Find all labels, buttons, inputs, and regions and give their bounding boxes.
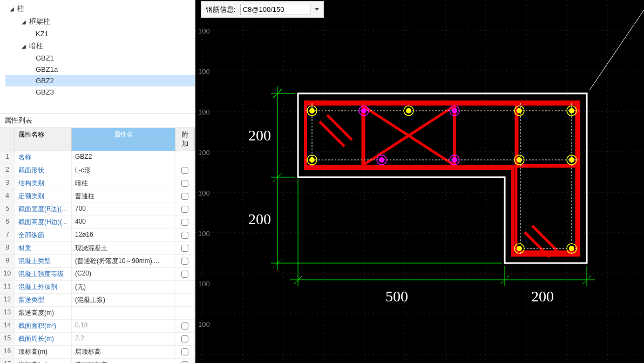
- checkbox-icon[interactable]: [181, 206, 188, 213]
- property-name: 混凝土强度等级: [15, 268, 72, 280]
- tree-toggle-icon[interactable]: ◢: [22, 19, 27, 25]
- property-extra: [175, 151, 195, 164]
- row-number: 10: [0, 268, 15, 280]
- header-value: 属性值: [72, 128, 175, 151]
- property-row[interactable]: 4定额类别普通柱: [0, 190, 195, 203]
- row-number: 9: [0, 255, 15, 267]
- row-number: 14: [0, 320, 15, 332]
- property-row[interactable]: 9混凝土类型(普通砼(坍落度10～90mm),...: [0, 255, 195, 268]
- checkbox-icon[interactable]: [181, 258, 188, 265]
- property-value[interactable]: 0.18: [72, 320, 175, 332]
- svg-text:100: 100: [198, 27, 210, 35]
- svg-text:100: 100: [198, 108, 210, 116]
- property-name: 顶标高(m): [15, 346, 72, 358]
- svg-text:100: 100: [198, 320, 210, 328]
- property-value[interactable]: 2.2: [72, 333, 175, 345]
- property-name: 截面面积(m²): [15, 320, 72, 332]
- tree-toggle-icon[interactable]: ◢: [22, 43, 27, 49]
- row-number: 8: [0, 242, 15, 254]
- property-extra: [175, 333, 195, 345]
- checkbox-icon[interactable]: [181, 167, 188, 174]
- property-extra: [175, 281, 195, 293]
- property-row[interactable]: 11混凝土外加剂(无): [0, 281, 195, 294]
- dropdown-icon[interactable]: [315, 8, 319, 11]
- property-row[interactable]: 17底标高(m)基础顶标高: [0, 359, 195, 363]
- property-row[interactable]: 7全部纵筋12⌀16: [0, 229, 195, 242]
- property-value[interactable]: (混凝土泵): [72, 294, 175, 306]
- checkbox-icon[interactable]: [181, 180, 188, 187]
- tree-node-GBZ1a[interactable]: GBZ1a: [5, 64, 195, 75]
- property-value[interactable]: (无): [72, 281, 175, 293]
- property-value[interactable]: (普通砼(坍落度10～90mm),...: [72, 255, 175, 267]
- checkbox-icon[interactable]: [181, 193, 188, 200]
- property-row[interactable]: 6截面高度(H边)(...400: [0, 216, 195, 229]
- svg-point-46: [517, 108, 522, 113]
- row-number: 4: [0, 190, 15, 203]
- tree-node-暗柱[interactable]: ◢暗柱: [5, 39, 195, 52]
- tie-3: [455, 104, 517, 166]
- cad-viewport[interactable]: 钢筋信息: 100 100 100 100 100 100 100 100: [195, 0, 644, 363]
- rebar-input[interactable]: [240, 4, 310, 15]
- tree-toggle-icon[interactable]: ◢: [10, 6, 15, 12]
- property-extra: [175, 216, 195, 228]
- svg-point-38: [309, 108, 315, 113]
- property-row[interactable]: 12泵送类型(混凝土泵): [0, 294, 195, 307]
- property-row[interactable]: 8材质现浇混凝土: [0, 242, 195, 255]
- property-value[interactable]: [72, 307, 175, 319]
- svg-text:100: 100: [198, 230, 210, 238]
- property-name: 混凝土类型: [15, 255, 72, 267]
- tree-node-KZ1[interactable]: KZ1: [5, 28, 195, 39]
- svg-text:100: 100: [198, 68, 210, 76]
- property-row[interactable]: 13泵送高度(m): [0, 307, 195, 320]
- svg-text:100: 100: [198, 189, 210, 197]
- property-row[interactable]: 3结构类别暗柱: [0, 177, 195, 190]
- tree-node-柱[interactable]: ◢柱: [5, 2, 195, 15]
- property-extra: [175, 346, 195, 358]
- checkbox-icon[interactable]: [181, 348, 188, 355]
- checkbox-icon[interactable]: [181, 219, 188, 226]
- checkbox-icon[interactable]: [181, 322, 188, 330]
- property-row[interactable]: 1名称GBZ2: [0, 151, 195, 164]
- row-number: 5: [0, 203, 15, 216]
- hooks: [320, 115, 557, 257]
- property-value[interactable]: 现浇混凝土: [72, 242, 175, 254]
- dim-bot-w2: 200: [531, 288, 554, 305]
- property-value[interactable]: 12⌀16: [72, 229, 175, 241]
- checkbox-icon[interactable]: [181, 232, 188, 239]
- rebar-info-bar: 钢筋信息:: [201, 1, 324, 18]
- tree-node-框架柱[interactable]: ◢框架柱: [5, 15, 195, 28]
- property-row[interactable]: 5截面宽度(B边)(...700: [0, 203, 195, 216]
- tree-node-GBZ3[interactable]: GBZ3: [5, 86, 195, 98]
- property-value[interactable]: 700: [72, 203, 175, 216]
- property-value[interactable]: L-c形: [72, 164, 175, 177]
- property-row[interactable]: 14截面面积(m²)0.18: [0, 320, 195, 333]
- svg-point-48: [569, 108, 574, 113]
- property-name: 底标高(m): [15, 359, 72, 363]
- property-name: 泵送类型: [15, 294, 72, 306]
- property-extra: [175, 164, 195, 177]
- property-value[interactable]: 暗柱: [72, 177, 175, 190]
- svg-point-44: [452, 108, 457, 113]
- svg-point-54: [452, 157, 457, 163]
- property-row[interactable]: 16顶标高(m)层顶标高: [0, 346, 195, 359]
- property-row[interactable]: 10混凝土强度等级(C20): [0, 268, 195, 281]
- property-value[interactable]: 层顶标高: [72, 346, 175, 358]
- rebar-label: 钢筋信息:: [206, 5, 236, 15]
- component-tree[interactable]: ◢柱◢框架柱KZ1◢暗柱GBZ1GBZ1aGBZ2GBZ3: [0, 0, 195, 113]
- property-value[interactable]: 普通柱: [72, 190, 175, 203]
- property-row[interactable]: 15截面周长(m)2.2: [0, 333, 195, 346]
- tree-node-GBZ1[interactable]: GBZ1: [5, 52, 195, 64]
- property-value[interactable]: 基础顶标高: [72, 359, 175, 363]
- property-value[interactable]: GBZ2: [72, 151, 175, 164]
- property-value[interactable]: (C20): [72, 268, 175, 280]
- checkbox-icon[interactable]: [181, 245, 188, 252]
- checkbox-icon[interactable]: [181, 335, 188, 342]
- property-extra: [175, 242, 195, 254]
- property-value[interactable]: 400: [72, 216, 175, 228]
- tree-node-GBZ2[interactable]: GBZ2: [5, 75, 195, 86]
- property-extra: [175, 294, 195, 306]
- property-extra: [175, 229, 195, 241]
- checkbox-icon[interactable]: [181, 271, 188, 278]
- svg-point-62: [569, 246, 574, 251]
- property-row[interactable]: 2截面形状L-c形: [0, 164, 195, 177]
